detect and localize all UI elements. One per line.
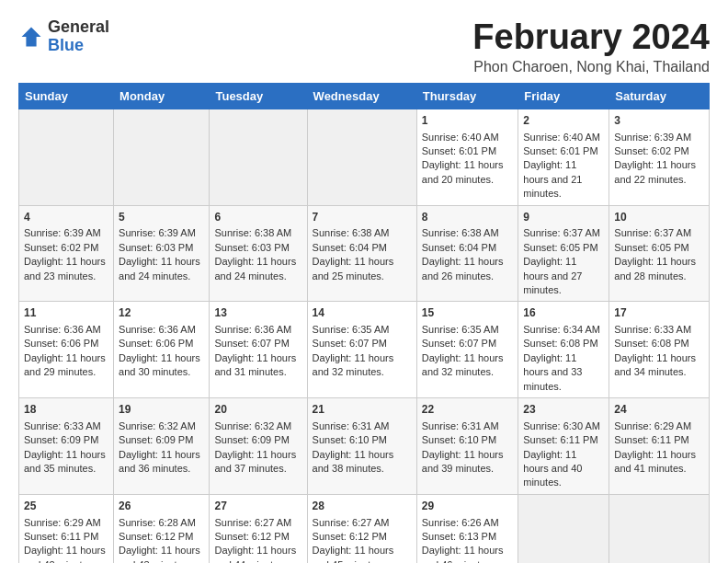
calendar-cell: 3Sunrise: 6:39 AMSunset: 6:02 PMDaylight… [609,109,710,205]
day-info: Sunrise: 6:35 AM [422,323,513,337]
day-number: 10 [614,210,704,225]
day-info: Daylight: 11 hours and 23 minutes. [24,255,108,283]
day-info: Daylight: 11 hours and 34 minutes. [614,351,704,380]
calendar-cell [19,109,114,205]
logo-general-text: General [48,18,109,37]
calendar-cell: 17Sunrise: 6:33 AMSunset: 6:08 PMDayligh… [609,302,710,398]
calendar-cell: 29Sunrise: 6:26 AMSunset: 6:13 PMDayligh… [416,494,518,563]
calendar-cell: 1Sunrise: 6:40 AMSunset: 6:01 PMDaylight… [416,109,518,205]
day-number: 1 [422,113,513,129]
calendar-week-row: 18Sunrise: 6:33 AMSunset: 6:09 PMDayligh… [19,398,710,495]
day-info: Sunrise: 6:30 AM [523,419,604,433]
day-info: Sunset: 6:02 PM [24,241,108,255]
day-info: Daylight: 11 hours and 31 minutes. [214,351,301,380]
calendar-cell: 10Sunrise: 6:37 AMSunset: 6:05 PMDayligh… [609,205,710,302]
day-number: 28 [313,499,412,514]
day-info: Sunrise: 6:26 AM [422,516,513,530]
day-number: 3 [614,113,704,129]
day-number: 18 [24,402,108,418]
day-info: Sunrise: 6:39 AM [119,226,204,240]
day-info: Sunset: 6:08 PM [523,337,604,350]
day-info: Sunset: 6:10 PM [422,433,513,447]
day-info: Sunset: 6:09 PM [214,433,301,447]
calendar-cell: 15Sunrise: 6:35 AMSunset: 6:07 PMDayligh… [416,302,518,398]
calendar-table: SundayMondayTuesdayWednesdayThursdayFrid… [18,83,710,563]
day-info: Sunrise: 6:27 AM [214,516,301,530]
day-info: Sunset: 6:03 PM [119,241,204,255]
day-info: Sunset: 6:12 PM [313,530,412,544]
calendar-cell [114,109,210,205]
calendar-cell [307,109,416,205]
day-info: Daylight: 11 hours and 28 minutes. [614,255,704,283]
calendar-header-row: SundayMondayTuesdayWednesdayThursdayFrid… [19,83,710,109]
calendar-cell: 13Sunrise: 6:36 AMSunset: 6:07 PMDayligh… [210,302,307,398]
day-info: Daylight: 11 hours and 40 minutes. [523,448,604,490]
day-number: 14 [313,305,412,321]
day-number: 5 [119,210,204,225]
calendar-cell: 20Sunrise: 6:32 AMSunset: 6:09 PMDayligh… [210,398,307,495]
day-info: Sunset: 6:09 PM [24,433,108,447]
day-info: Daylight: 11 hours and 44 minutes. [214,544,301,563]
calendar-cell: 8Sunrise: 6:38 AMSunset: 6:04 PMDaylight… [416,205,518,302]
day-info: Daylight: 11 hours and 21 minutes. [523,158,604,201]
calendar-cell: 27Sunrise: 6:27 AMSunset: 6:12 PMDayligh… [210,494,307,563]
header: General Blue February 2024 Phon Charoen,… [18,18,710,75]
day-info: Sunset: 6:07 PM [214,337,301,350]
day-number: 12 [119,305,204,321]
day-info: Daylight: 11 hours and 32 minutes. [422,351,513,380]
day-info: Sunrise: 6:32 AM [119,419,204,433]
day-info: Daylight: 11 hours and 37 minutes. [214,448,301,477]
calendar-week-row: 11Sunrise: 6:36 AMSunset: 6:06 PMDayligh… [19,302,710,398]
day-info: Sunset: 6:12 PM [214,530,301,544]
day-number: 23 [523,402,604,418]
calendar-cell: 26Sunrise: 6:28 AMSunset: 6:12 PMDayligh… [114,494,210,563]
day-info: Daylight: 11 hours and 38 minutes. [313,448,412,477]
calendar-cell: 9Sunrise: 6:37 AMSunset: 6:05 PMDaylight… [518,205,609,302]
day-info: Sunrise: 6:37 AM [614,226,704,240]
day-number: 29 [422,499,513,514]
day-info: Sunset: 6:06 PM [119,337,204,350]
calendar-week-row: 4Sunrise: 6:39 AMSunset: 6:02 PMDaylight… [19,205,710,302]
weekday-header: Saturday [609,83,710,109]
calendar-cell [518,494,609,563]
day-number: 9 [523,210,604,225]
calendar-week-row: 25Sunrise: 6:29 AMSunset: 6:11 PMDayligh… [19,494,710,563]
day-info: Daylight: 11 hours and 24 minutes. [214,255,301,283]
calendar-cell: 4Sunrise: 6:39 AMSunset: 6:02 PMDaylight… [19,205,114,302]
day-info: Sunset: 6:10 PM [313,433,412,447]
day-info: Sunrise: 6:29 AM [24,516,108,530]
day-info: Sunrise: 6:40 AM [422,131,513,144]
day-number: 17 [614,305,704,321]
weekday-header: Tuesday [210,83,307,109]
day-info: Sunrise: 6:35 AM [313,323,412,337]
day-info: Daylight: 11 hours and 36 minutes. [119,448,204,477]
day-info: Sunset: 6:13 PM [422,530,513,544]
day-info: Sunset: 6:09 PM [119,433,204,447]
day-info: Sunset: 6:04 PM [313,241,412,255]
day-number: 4 [24,210,108,225]
day-info: Sunrise: 6:28 AM [119,516,204,530]
day-number: 6 [214,210,301,225]
day-info: Sunset: 6:06 PM [24,337,108,350]
day-info: Sunset: 6:05 PM [614,241,704,255]
day-info: Daylight: 11 hours and 46 minutes. [422,544,513,563]
day-info: Sunset: 6:02 PM [614,144,704,158]
weekday-header: Wednesday [307,83,416,109]
day-info: Sunrise: 6:37 AM [523,226,604,240]
day-number: 24 [614,402,704,418]
calendar-cell: 6Sunrise: 6:38 AMSunset: 6:03 PMDaylight… [210,205,307,302]
logo: General Blue [18,18,109,55]
day-info: Sunrise: 6:38 AM [313,226,412,240]
day-info: Daylight: 11 hours and 29 minutes. [24,351,108,380]
day-info: Daylight: 11 hours and 33 minutes. [523,351,604,394]
day-info: Sunrise: 6:34 AM [523,323,604,337]
day-info: Sunrise: 6:40 AM [523,131,604,144]
day-number: 21 [313,402,412,418]
day-info: Daylight: 11 hours and 45 minutes. [313,544,412,563]
day-info: Sunset: 6:11 PM [523,433,604,447]
day-number: 22 [422,402,513,418]
day-number: 27 [214,499,301,514]
calendar-cell: 21Sunrise: 6:31 AMSunset: 6:10 PMDayligh… [307,398,416,495]
logo-icon [18,24,44,50]
calendar-cell: 23Sunrise: 6:30 AMSunset: 6:11 PMDayligh… [518,398,609,495]
